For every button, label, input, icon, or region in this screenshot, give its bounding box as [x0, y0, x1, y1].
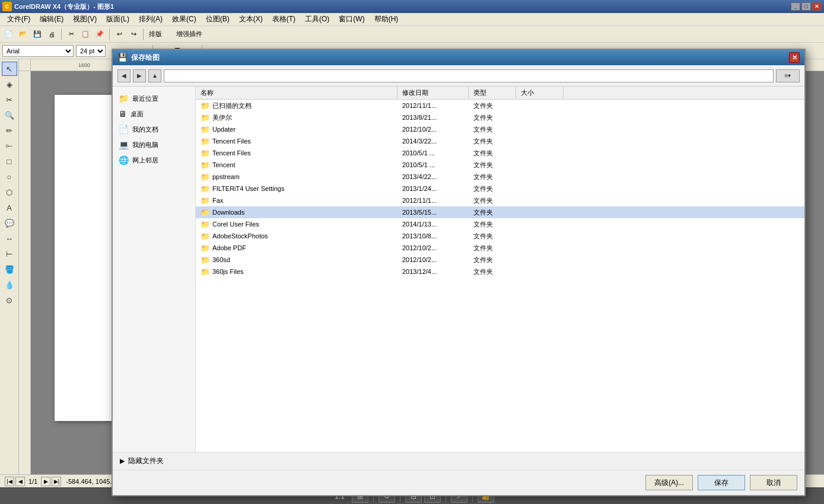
- file-item[interactable]: 📁360sd2012/10/2...文件夹: [196, 254, 804, 266]
- menu-layout[interactable]: 版面(L): [101, 13, 134, 25]
- menu-table[interactable]: 表格(T): [268, 13, 300, 25]
- size-select[interactable]: 24 pt: [76, 45, 106, 57]
- close-button[interactable]: ✕: [812, 2, 822, 11]
- eyedropper-tool[interactable]: 💧: [2, 277, 17, 292]
- first-page-button[interactable]: |◀: [5, 477, 14, 486]
- recent-label: 最近位置: [132, 94, 158, 103]
- col-header-date[interactable]: 修改日期: [397, 87, 469, 99]
- menu-tools[interactable]: 工具(O): [300, 13, 334, 25]
- polygon-tool[interactable]: ⬡: [2, 185, 17, 199]
- file-item[interactable]: 📁Adobe PDF2012/10/2...文件夹: [196, 242, 804, 254]
- recent-icon: 📁: [119, 94, 129, 103]
- shape-tool[interactable]: ◈: [2, 77, 17, 91]
- interactive-tool[interactable]: ⊙: [2, 293, 17, 307]
- copy-button[interactable]: 📋: [79, 28, 92, 41]
- file-item[interactable]: 📁Updater2012/10/2...文件夹: [196, 123, 804, 135]
- sidebar-documents[interactable]: 📄 我的文档: [115, 122, 193, 136]
- select-tool[interactable]: ↖: [2, 62, 17, 76]
- nav-forward-button[interactable]: ▶: [133, 69, 146, 82]
- file-item[interactable]: 📁ppstream2013/4/22...文件夹: [196, 171, 804, 183]
- menu-window[interactable]: 窗口(W): [334, 13, 369, 25]
- file-item[interactable]: 📁Corel User Files2014/1/13...文件夹: [196, 218, 804, 230]
- dialog-close-button[interactable]: ✕: [789, 52, 800, 63]
- advanced-button[interactable]: 高级(A)...: [645, 475, 693, 490]
- maximize-button[interactable]: □: [801, 2, 811, 11]
- freehand-tool[interactable]: ✏: [2, 123, 17, 138]
- expand-icon[interactable]: ▶: [120, 457, 125, 465]
- dialog-title-bar: 💾 保存绘图 ✕: [113, 50, 804, 65]
- file-item[interactable]: 📁Tencent Files2010/5/1 ...文件夹: [196, 147, 804, 159]
- next-page-button[interactable]: ▶: [41, 477, 50, 486]
- print-button[interactable]: 🖨: [45, 28, 58, 41]
- last-page-button[interactable]: ▶|: [52, 477, 61, 486]
- file-name-cell: 📁ppstream: [196, 173, 397, 181]
- rect-tool[interactable]: □: [2, 154, 17, 168]
- save-confirm-button[interactable]: 保存: [698, 475, 745, 490]
- dimension-tool[interactable]: ↔: [2, 231, 17, 245]
- file-item[interactable]: 📁Tencent Files2014/3/22...文件夹: [196, 135, 804, 147]
- paste-button[interactable]: 📌: [93, 28, 106, 41]
- file-name-text: FILTERiT4 User Settings: [212, 185, 284, 192]
- ellipse-tool[interactable]: ○: [2, 170, 17, 184]
- address-bar[interactable]: [164, 69, 774, 82]
- save-button[interactable]: 💾: [31, 28, 44, 41]
- file-item[interactable]: 📁美伊尔2013/8/21...文件夹: [196, 111, 804, 123]
- font-select[interactable]: Arial: [2, 45, 74, 57]
- menu-effects[interactable]: 效果(C): [167, 13, 201, 25]
- menu-text[interactable]: 文本(X): [234, 13, 268, 25]
- callout-tool[interactable]: 💬: [2, 216, 17, 230]
- file-name-text: Tencent Files: [212, 149, 251, 157]
- sidebar-recent[interactable]: 📁 最近位置: [115, 91, 193, 106]
- col-header-type[interactable]: 类型: [469, 87, 516, 99]
- save-dialog: 💾 保存绘图 ✕ ◀ ▶ ▲ ≡▾ 📁 最近位置 🖥: [112, 49, 806, 496]
- file-name-text: Tencent Files: [212, 138, 251, 145]
- sidebar-computer[interactable]: 💻 我的电脑: [115, 138, 193, 152]
- crop-tool[interactable]: ✂: [2, 92, 17, 107]
- file-item[interactable]: 📁已扫描的文档2012/11/1...文件夹: [196, 100, 804, 111]
- nav-views-button[interactable]: ≡▾: [776, 69, 800, 82]
- sep1: [61, 28, 62, 40]
- file-item[interactable]: 📁Fax2012/11/1...文件夹: [196, 194, 804, 206]
- file-type-cell: 文件夹: [469, 184, 516, 193]
- folder-icon: 📁: [201, 113, 210, 122]
- window-title: CorelDRAW X4（专业版）- 图形1: [14, 2, 791, 11]
- new-button[interactable]: 📄: [2, 28, 15, 41]
- sidebar-network[interactable]: 🌐 网上邻居: [115, 153, 193, 167]
- col-header-size[interactable]: 大小: [516, 87, 564, 99]
- smart-draw-tool[interactable]: ⟜: [2, 139, 17, 153]
- prev-page-button[interactable]: ◀: [15, 477, 25, 486]
- file-item[interactable]: 📁AdobeStockPhotos2013/10/8...文件夹: [196, 230, 804, 242]
- undo-button[interactable]: ↩: [113, 28, 126, 41]
- menu-edit[interactable]: 编辑(E): [35, 13, 68, 25]
- menu-bitmap[interactable]: 位图(B): [201, 13, 234, 25]
- file-item[interactable]: 📁Downloads2013/5/15...文件夹: [196, 206, 804, 218]
- sidebar-desktop[interactable]: 🖥 桌面: [115, 107, 193, 121]
- nav-back-button[interactable]: ◀: [117, 69, 131, 82]
- cut-button[interactable]: ✂: [65, 28, 78, 41]
- file-item[interactable]: 📁360js Files2013/12/4...文件夹: [196, 266, 804, 277]
- file-item[interactable]: 📁FILTERiT4 User Settings2013/1/24...文件夹: [196, 183, 804, 194]
- filelist-header: 名称 修改日期 类型 大小: [196, 87, 804, 100]
- cancel-button[interactable]: 取消: [750, 475, 797, 490]
- nav-up-button[interactable]: ▲: [148, 69, 161, 82]
- minimize-button[interactable]: _: [791, 2, 800, 11]
- connector-tool[interactable]: ⊢: [2, 247, 17, 261]
- enhance-plugin[interactable]: 增强插件: [166, 28, 213, 41]
- ruler-tick-1600: 1600: [78, 62, 90, 68]
- file-name-cell: 📁Adobe PDF: [196, 244, 397, 253]
- text-tool[interactable]: A: [2, 200, 17, 215]
- open-button[interactable]: 📂: [17, 28, 30, 41]
- fill-tool[interactable]: 🪣: [2, 262, 17, 276]
- file-item[interactable]: 📁Tencent2010/5/1 ...文件夹: [196, 159, 804, 171]
- dialog-title-icon: 💾: [117, 53, 128, 62]
- redo-button[interactable]: ↪: [127, 28, 140, 41]
- menu-view[interactable]: 视图(V): [68, 13, 101, 25]
- file-date-cell: 2013/1/24...: [397, 185, 469, 192]
- file-name-cell: 📁已扫描的文档: [196, 101, 397, 110]
- col-header-name[interactable]: 名称: [196, 87, 397, 99]
- menu-help[interactable]: 帮助(H): [370, 13, 403, 25]
- menu-file[interactable]: 文件(F): [2, 13, 35, 25]
- ruler-corner: [19, 59, 31, 71]
- menu-arrange[interactable]: 排列(A): [134, 13, 167, 25]
- zoom-tool[interactable]: 🔍: [2, 108, 17, 122]
